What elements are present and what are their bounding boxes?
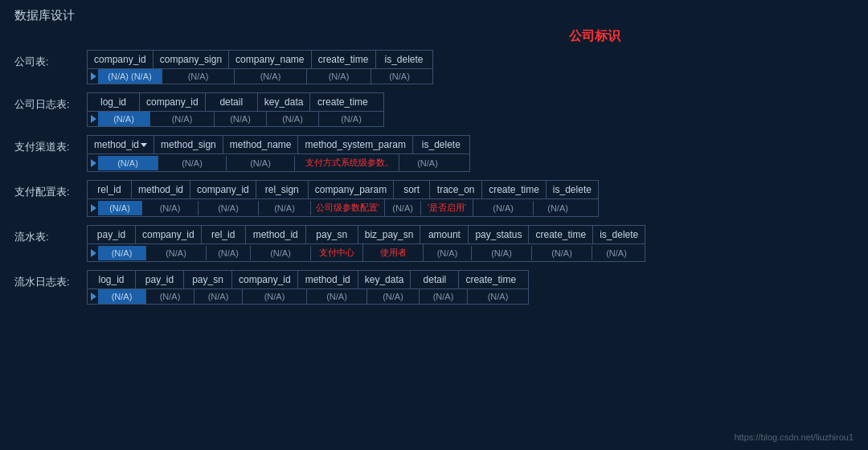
col-header-3-2: company_id — [190, 181, 256, 198]
col-header-3-4: company_param — [309, 181, 394, 198]
cell-2-0: (N/A) — [98, 156, 158, 170]
cell-0-2: (N/A) — [235, 69, 307, 84]
cell-3-3: (N/A) — [259, 201, 311, 215]
cell-0-1: (N/A) — [162, 69, 235, 84]
cell-1-2: (N/A) — [215, 112, 267, 126]
table-0: company_idcompany_signcompany_namecreate… — [87, 50, 433, 84]
row-arrow-icon — [91, 72, 96, 80]
table-row-1: 公司日志表:log_idcompany_iddetailkey_datacrea… — [14, 92, 854, 127]
cell-1-3: (N/A) — [267, 112, 319, 126]
col-header-5-3: company_id — [232, 271, 298, 288]
col-header-5-4: method_id — [298, 271, 358, 288]
col-header-5-6: detail — [411, 271, 459, 288]
col-header-1-3: key_data — [258, 93, 311, 111]
cell-3-5: (N/A) — [385, 201, 421, 215]
cell-4-0: (N/A) — [98, 246, 146, 260]
table-row-3: 支付配置表:rel_idmethod_idcompany_idrel_signc… — [14, 180, 854, 217]
col-header-3-6: trace_on — [430, 181, 482, 198]
cell-4-1: (N/A) — [146, 246, 207, 260]
cell-3-1: (N/A) — [142, 201, 199, 215]
col-header-3-1: method_id — [132, 181, 190, 198]
cell-3-4: 公司级参数配置' — [311, 199, 385, 216]
table-row-0: 公司表:company_idcompany_signcompany_namecr… — [14, 50, 854, 84]
row-arrow-icon — [91, 292, 96, 301]
cell-3-2: (N/A) — [199, 201, 259, 215]
col-header-1-0: log_id — [88, 93, 140, 111]
col-header-0-0: company_id — [88, 51, 154, 68]
page-title: 数据库设计 — [0, 0, 868, 28]
table-label-2: 支付渠道表: — [14, 135, 87, 154]
cell-1-0: (N/A) — [98, 112, 150, 126]
col-header-3-5: sort — [394, 181, 430, 198]
col-header-2-3: method_system_param — [298, 136, 412, 153]
cell-4-8: (N/A) — [532, 246, 592, 260]
cell-4-9: (N/A) — [592, 246, 641, 260]
col-header-2-0: method_id — [88, 136, 154, 153]
cell-5-2: (N/A) — [194, 289, 243, 304]
table-label-1: 公司日志表: — [14, 92, 87, 112]
cell-5-0: (N/A) — [98, 289, 146, 304]
table-row-4: 流水表:pay_idcompany_idrel_idmethod_idpay_s… — [14, 225, 854, 262]
table-label-5: 流水日志表: — [14, 270, 87, 289]
table-5: log_idpay_idpay_sncompany_idmethod_idkey… — [87, 270, 529, 305]
col-header-4-8: create_time — [529, 226, 593, 243]
col-header-0-4: is_delete — [376, 51, 432, 68]
cell-3-6: '是否启用' — [421, 199, 473, 216]
col-header-4-3: method_id — [246, 226, 306, 243]
col-header-4-2: rel_id — [202, 226, 246, 243]
table-2: method_id method_signmethod_namemethod_s… — [87, 135, 470, 172]
row-arrow-icon — [91, 249, 96, 257]
col-header-4-6: amount — [420, 226, 469, 243]
col-header-5-7: create_time — [459, 271, 522, 288]
cell-5-7: (N/A) — [468, 289, 528, 304]
table-row-5: 流水日志表:log_idpay_idpay_sncompany_idmethod… — [14, 270, 854, 305]
row-arrow-icon — [91, 159, 96, 167]
col-header-5-2: pay_sn — [184, 271, 232, 288]
cell-5-4: (N/A) — [307, 289, 367, 304]
cell-5-1: (N/A) — [146, 289, 194, 304]
cell-1-4: (N/A) — [319, 112, 383, 126]
cell-2-2: (N/A) — [227, 156, 295, 170]
bottom-link: https://blog.csdn.net/liuzhirou1 — [734, 432, 854, 442]
col-header-3-7: create_time — [482, 181, 547, 198]
col-header-2-2: method_name — [223, 136, 299, 153]
cell-1-1: (N/A) — [150, 112, 215, 126]
row-arrow-icon — [91, 204, 96, 212]
cell-0-0: (N/A) (N/A) — [98, 69, 162, 84]
col-header-4-9: is_delete — [593, 226, 645, 243]
col-header-5-1: pay_id — [136, 271, 184, 288]
cell-3-7: (N/A) — [473, 201, 534, 215]
cell-3-0: (N/A) — [98, 201, 142, 215]
cell-4-3: (N/A) — [251, 246, 311, 260]
col-header-4-4: pay_sn — [306, 226, 358, 243]
col-header-1-4: create_time — [310, 93, 375, 111]
col-header-4-0: pay_id — [88, 226, 136, 243]
table-1: log_idcompany_iddetailkey_datacreate_tim… — [87, 92, 384, 127]
col-header-4-7: pay_status — [469, 226, 529, 243]
cell-2-4: (N/A) — [399, 156, 456, 170]
cell-4-6: (N/A) — [424, 246, 472, 260]
cell-0-3: (N/A) — [307, 69, 371, 84]
col-header-0-2: company_name — [229, 51, 311, 68]
main-label: 公司标识 — [336, 28, 854, 45]
cell-4-4: 支付中心 — [311, 244, 363, 261]
col-header-0-3: create_time — [312, 51, 376, 68]
table-row-2: 支付渠道表:method_id method_signmethod_nameme… — [14, 135, 854, 172]
col-header-4-5: biz_pay_sn — [358, 226, 421, 243]
sort-arrow-icon — [141, 143, 147, 147]
col-header-3-0: rel_id — [88, 181, 132, 198]
col-header-5-5: key_data — [358, 271, 411, 288]
cell-2-1: (N/A) — [158, 156, 227, 170]
table-3: rel_idmethod_idcompany_idrel_signcompany… — [87, 180, 599, 217]
table-label-3: 支付配置表: — [14, 180, 87, 199]
cell-4-7: (N/A) — [472, 246, 532, 260]
cell-4-5: 使用者 — [363, 244, 424, 261]
cell-5-6: (N/A) — [420, 289, 468, 304]
col-header-2-1: method_sign — [154, 136, 223, 153]
table-label-0: 公司表: — [14, 50, 87, 69]
cell-3-8: (N/A) — [534, 201, 582, 215]
cell-5-3: (N/A) — [243, 289, 307, 304]
cell-0-4: (N/A) — [371, 69, 428, 84]
table-4: pay_idcompany_idrel_idmethod_idpay_snbiz… — [87, 225, 645, 262]
col-header-5-0: log_id — [88, 271, 136, 288]
